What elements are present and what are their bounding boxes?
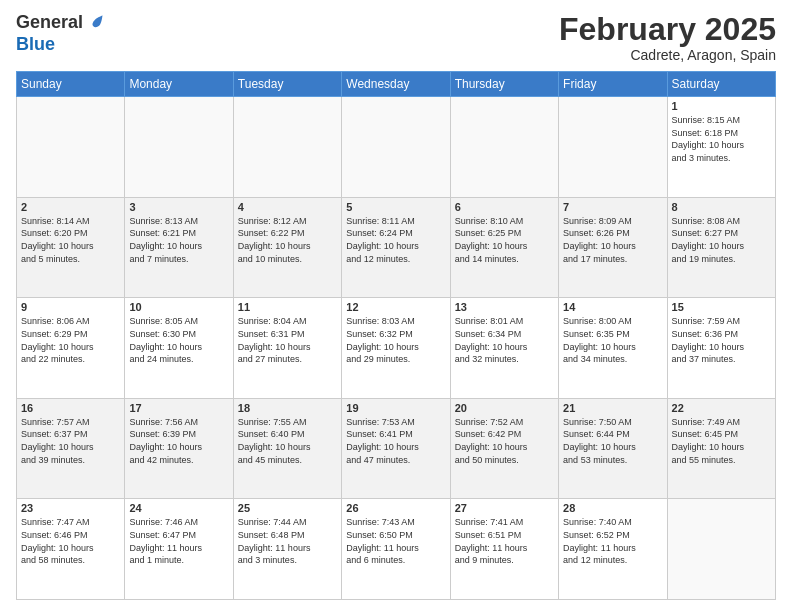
day-number: 11 bbox=[238, 301, 337, 313]
calendar-title: February 2025 bbox=[559, 12, 776, 47]
day-number: 20 bbox=[455, 402, 554, 414]
day-info: Sunrise: 8:10 AM Sunset: 6:25 PM Dayligh… bbox=[455, 215, 554, 265]
calendar-week-row: 1Sunrise: 8:15 AM Sunset: 6:18 PM Daylig… bbox=[17, 97, 776, 198]
table-row: 9Sunrise: 8:06 AM Sunset: 6:29 PM Daylig… bbox=[17, 298, 125, 399]
day-info: Sunrise: 7:41 AM Sunset: 6:51 PM Dayligh… bbox=[455, 516, 554, 566]
day-number: 19 bbox=[346, 402, 445, 414]
logo-general: General bbox=[16, 12, 83, 34]
day-number: 17 bbox=[129, 402, 228, 414]
table-row: 6Sunrise: 8:10 AM Sunset: 6:25 PM Daylig… bbox=[450, 197, 558, 298]
table-row bbox=[125, 97, 233, 198]
table-row: 19Sunrise: 7:53 AM Sunset: 6:41 PM Dayli… bbox=[342, 398, 450, 499]
col-thursday: Thursday bbox=[450, 72, 558, 97]
day-info: Sunrise: 7:50 AM Sunset: 6:44 PM Dayligh… bbox=[563, 416, 662, 466]
col-wednesday: Wednesday bbox=[342, 72, 450, 97]
table-row: 27Sunrise: 7:41 AM Sunset: 6:51 PM Dayli… bbox=[450, 499, 558, 600]
day-info: Sunrise: 8:09 AM Sunset: 6:26 PM Dayligh… bbox=[563, 215, 662, 265]
day-info: Sunrise: 8:13 AM Sunset: 6:21 PM Dayligh… bbox=[129, 215, 228, 265]
day-number: 23 bbox=[21, 502, 120, 514]
table-row: 8Sunrise: 8:08 AM Sunset: 6:27 PM Daylig… bbox=[667, 197, 775, 298]
day-number: 27 bbox=[455, 502, 554, 514]
calendar-table: Sunday Monday Tuesday Wednesday Thursday… bbox=[16, 71, 776, 600]
day-info: Sunrise: 8:15 AM Sunset: 6:18 PM Dayligh… bbox=[672, 114, 771, 164]
table-row bbox=[17, 97, 125, 198]
day-info: Sunrise: 8:06 AM Sunset: 6:29 PM Dayligh… bbox=[21, 315, 120, 365]
day-info: Sunrise: 7:49 AM Sunset: 6:45 PM Dayligh… bbox=[672, 416, 771, 466]
day-number: 13 bbox=[455, 301, 554, 313]
table-row bbox=[559, 97, 667, 198]
logo-blue: Blue bbox=[16, 34, 55, 54]
table-row bbox=[342, 97, 450, 198]
day-number: 2 bbox=[21, 201, 120, 213]
calendar-week-row: 16Sunrise: 7:57 AM Sunset: 6:37 PM Dayli… bbox=[17, 398, 776, 499]
table-row: 12Sunrise: 8:03 AM Sunset: 6:32 PM Dayli… bbox=[342, 298, 450, 399]
day-info: Sunrise: 7:53 AM Sunset: 6:41 PM Dayligh… bbox=[346, 416, 445, 466]
table-row: 4Sunrise: 8:12 AM Sunset: 6:22 PM Daylig… bbox=[233, 197, 341, 298]
day-info: Sunrise: 7:44 AM Sunset: 6:48 PM Dayligh… bbox=[238, 516, 337, 566]
table-row: 25Sunrise: 7:44 AM Sunset: 6:48 PM Dayli… bbox=[233, 499, 341, 600]
col-saturday: Saturday bbox=[667, 72, 775, 97]
day-number: 9 bbox=[21, 301, 120, 313]
day-info: Sunrise: 8:03 AM Sunset: 6:32 PM Dayligh… bbox=[346, 315, 445, 365]
day-info: Sunrise: 8:08 AM Sunset: 6:27 PM Dayligh… bbox=[672, 215, 771, 265]
day-number: 22 bbox=[672, 402, 771, 414]
day-number: 26 bbox=[346, 502, 445, 514]
day-number: 3 bbox=[129, 201, 228, 213]
table-row: 24Sunrise: 7:46 AM Sunset: 6:47 PM Dayli… bbox=[125, 499, 233, 600]
logo: General Blue bbox=[16, 12, 105, 55]
day-info: Sunrise: 7:46 AM Sunset: 6:47 PM Dayligh… bbox=[129, 516, 228, 566]
day-number: 1 bbox=[672, 100, 771, 112]
day-info: Sunrise: 7:52 AM Sunset: 6:42 PM Dayligh… bbox=[455, 416, 554, 466]
table-row: 18Sunrise: 7:55 AM Sunset: 6:40 PM Dayli… bbox=[233, 398, 341, 499]
day-info: Sunrise: 8:05 AM Sunset: 6:30 PM Dayligh… bbox=[129, 315, 228, 365]
day-number: 14 bbox=[563, 301, 662, 313]
calendar-subtitle: Cadrete, Aragon, Spain bbox=[559, 47, 776, 63]
title-block: February 2025 Cadrete, Aragon, Spain bbox=[559, 12, 776, 63]
day-number: 10 bbox=[129, 301, 228, 313]
calendar-week-row: 2Sunrise: 8:14 AM Sunset: 6:20 PM Daylig… bbox=[17, 197, 776, 298]
day-number: 15 bbox=[672, 301, 771, 313]
day-info: Sunrise: 8:00 AM Sunset: 6:35 PM Dayligh… bbox=[563, 315, 662, 365]
day-info: Sunrise: 7:57 AM Sunset: 6:37 PM Dayligh… bbox=[21, 416, 120, 466]
day-number: 16 bbox=[21, 402, 120, 414]
table-row: 13Sunrise: 8:01 AM Sunset: 6:34 PM Dayli… bbox=[450, 298, 558, 399]
calendar-week-row: 23Sunrise: 7:47 AM Sunset: 6:46 PM Dayli… bbox=[17, 499, 776, 600]
day-info: Sunrise: 8:14 AM Sunset: 6:20 PM Dayligh… bbox=[21, 215, 120, 265]
table-row: 26Sunrise: 7:43 AM Sunset: 6:50 PM Dayli… bbox=[342, 499, 450, 600]
day-info: Sunrise: 8:11 AM Sunset: 6:24 PM Dayligh… bbox=[346, 215, 445, 265]
table-row bbox=[667, 499, 775, 600]
table-row: 3Sunrise: 8:13 AM Sunset: 6:21 PM Daylig… bbox=[125, 197, 233, 298]
logo-bird-icon bbox=[85, 13, 105, 33]
table-row: 2Sunrise: 8:14 AM Sunset: 6:20 PM Daylig… bbox=[17, 197, 125, 298]
table-row: 28Sunrise: 7:40 AM Sunset: 6:52 PM Dayli… bbox=[559, 499, 667, 600]
day-number: 6 bbox=[455, 201, 554, 213]
day-number: 4 bbox=[238, 201, 337, 213]
day-info: Sunrise: 7:56 AM Sunset: 6:39 PM Dayligh… bbox=[129, 416, 228, 466]
day-info: Sunrise: 7:55 AM Sunset: 6:40 PM Dayligh… bbox=[238, 416, 337, 466]
day-info: Sunrise: 7:59 AM Sunset: 6:36 PM Dayligh… bbox=[672, 315, 771, 365]
day-info: Sunrise: 7:40 AM Sunset: 6:52 PM Dayligh… bbox=[563, 516, 662, 566]
table-row: 5Sunrise: 8:11 AM Sunset: 6:24 PM Daylig… bbox=[342, 197, 450, 298]
table-row: 22Sunrise: 7:49 AM Sunset: 6:45 PM Dayli… bbox=[667, 398, 775, 499]
day-info: Sunrise: 7:43 AM Sunset: 6:50 PM Dayligh… bbox=[346, 516, 445, 566]
day-info: Sunrise: 8:04 AM Sunset: 6:31 PM Dayligh… bbox=[238, 315, 337, 365]
day-number: 5 bbox=[346, 201, 445, 213]
day-info: Sunrise: 8:01 AM Sunset: 6:34 PM Dayligh… bbox=[455, 315, 554, 365]
day-number: 21 bbox=[563, 402, 662, 414]
table-row: 15Sunrise: 7:59 AM Sunset: 6:36 PM Dayli… bbox=[667, 298, 775, 399]
day-number: 12 bbox=[346, 301, 445, 313]
table-row bbox=[450, 97, 558, 198]
col-friday: Friday bbox=[559, 72, 667, 97]
day-number: 24 bbox=[129, 502, 228, 514]
day-number: 18 bbox=[238, 402, 337, 414]
calendar-week-row: 9Sunrise: 8:06 AM Sunset: 6:29 PM Daylig… bbox=[17, 298, 776, 399]
col-sunday: Sunday bbox=[17, 72, 125, 97]
table-row: 1Sunrise: 8:15 AM Sunset: 6:18 PM Daylig… bbox=[667, 97, 775, 198]
table-row: 10Sunrise: 8:05 AM Sunset: 6:30 PM Dayli… bbox=[125, 298, 233, 399]
table-row: 17Sunrise: 7:56 AM Sunset: 6:39 PM Dayli… bbox=[125, 398, 233, 499]
day-number: 7 bbox=[563, 201, 662, 213]
col-monday: Monday bbox=[125, 72, 233, 97]
table-row bbox=[233, 97, 341, 198]
table-row: 7Sunrise: 8:09 AM Sunset: 6:26 PM Daylig… bbox=[559, 197, 667, 298]
day-number: 28 bbox=[563, 502, 662, 514]
